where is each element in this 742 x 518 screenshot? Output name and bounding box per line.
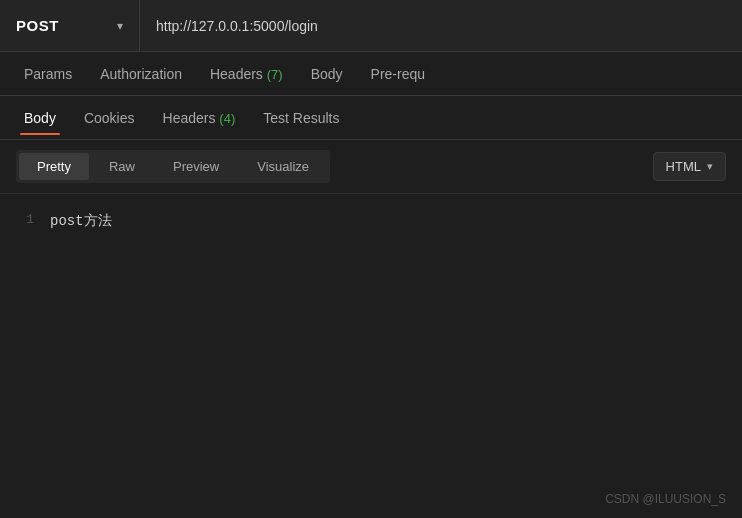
tab-response-headers-label: Headers — [163, 110, 216, 126]
method-selector[interactable]: POST ▾ — [0, 0, 140, 51]
response-headers-badge: (4) — [219, 111, 235, 126]
http-method-label: POST — [16, 17, 59, 34]
format-tabs-group: Pretty Raw Preview Visualize — [16, 150, 330, 183]
format-type-selector[interactable]: HTML ▾ — [653, 152, 726, 181]
url-input[interactable] — [140, 18, 742, 34]
tab-params[interactable]: Params — [12, 58, 84, 90]
tab-headers[interactable]: Headers (7) — [198, 58, 295, 90]
line-content-1: post方法 — [50, 212, 112, 230]
format-tab-preview[interactable]: Preview — [155, 153, 237, 180]
tab-response-headers[interactable]: Headers (4) — [151, 102, 248, 134]
headers-badge: (7) — [267, 67, 283, 82]
tab-response-cookies[interactable]: Cookies — [72, 102, 147, 134]
format-type-chevron-icon: ▾ — [707, 160, 713, 173]
tab-response-test-results[interactable]: Test Results — [251, 102, 351, 134]
url-bar: POST ▾ — [0, 0, 742, 52]
code-line-1: 1 post方法 — [0, 210, 742, 232]
tab-response-body[interactable]: Body — [12, 102, 68, 134]
line-number-1: 1 — [0, 212, 50, 227]
tab-authorization[interactable]: Authorization — [88, 58, 194, 90]
format-tab-raw[interactable]: Raw — [91, 153, 153, 180]
method-chevron-icon: ▾ — [117, 19, 123, 33]
code-area: 1 post方法 — [0, 194, 742, 248]
tab-body[interactable]: Body — [299, 58, 355, 90]
response-tabs: Body Cookies Headers (4) Test Results — [0, 96, 742, 140]
tab-headers-label: Headers — [210, 66, 263, 82]
format-tab-pretty[interactable]: Pretty — [19, 153, 89, 180]
format-type-label: HTML — [666, 159, 701, 174]
request-tabs: Params Authorization Headers (7) Body Pr… — [0, 52, 742, 96]
footer-credit: CSDN @ILUUSION_S — [605, 492, 726, 506]
format-tab-visualize[interactable]: Visualize — [239, 153, 327, 180]
format-bar: Pretty Raw Preview Visualize HTML ▾ — [0, 140, 742, 194]
tab-prereq[interactable]: Pre-requ — [359, 58, 437, 90]
